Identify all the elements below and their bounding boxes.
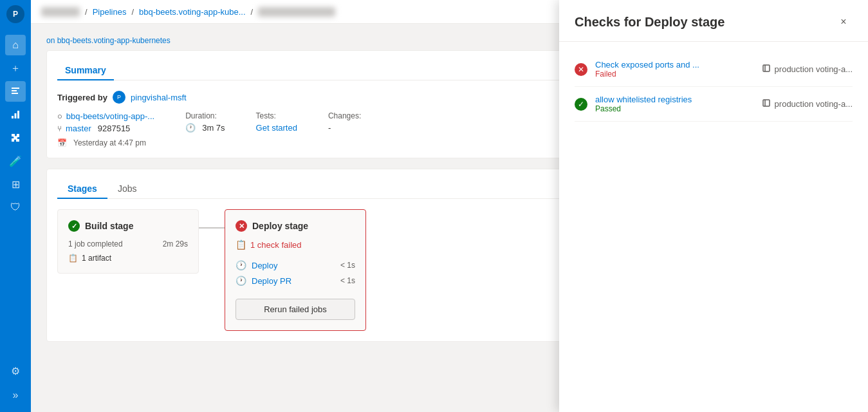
- check-resource-name-2: production voting-a...: [775, 99, 853, 109]
- deploy-job-time-2: < 1s: [340, 276, 355, 285]
- svg-rect-4: [15, 113, 17, 118]
- duration-label: Duration:: [185, 111, 225, 120]
- resource-icon-2: [762, 98, 771, 109]
- breadcrumb-sep1: /: [85, 7, 88, 17]
- stage-connector: [199, 227, 225, 229]
- calendar-icon: 📅: [57, 138, 67, 147]
- svg-rect-8: [763, 100, 770, 106]
- deploy-clock-icon-1: 🕐: [235, 260, 246, 270]
- panel-title: Checks for Deploy stage: [575, 15, 725, 30]
- deploy-job-name-1[interactable]: Deploy: [252, 261, 277, 270]
- meta-changes: Changes: -: [328, 111, 361, 147]
- breadcrumb-sep2: /: [131, 7, 134, 17]
- sidebar-icon-flask[interactable]: 🧪: [5, 151, 26, 171]
- svg-rect-3: [12, 116, 14, 118]
- deploy-stage-name: Deploy stage: [252, 221, 308, 231]
- branch-value[interactable]: master: [66, 124, 91, 133]
- deploy-clock-icon-2: 🕐: [235, 276, 246, 286]
- tests-link[interactable]: Get started: [256, 123, 297, 133]
- check-failed-link[interactable]: 📋 1 check failed: [235, 239, 355, 250]
- build-artifact: 📋 1 artifact: [68, 254, 188, 263]
- check-info-1: Check exposed ports and ... Failed: [595, 60, 754, 79]
- meta-tests: Tests: Get started: [256, 111, 297, 147]
- sidebar-icon-grid[interactable]: ⊞: [5, 174, 26, 194]
- breadcrumb-project[interactable]: bbq-beets.voting-app-kube...: [139, 7, 246, 17]
- checks-panel: Checks for Deploy stage × ✕ Check expose…: [559, 0, 868, 412]
- breadcrumb-sep3: /: [251, 7, 254, 17]
- tab-summary[interactable]: Summary: [57, 61, 114, 80]
- breadcrumb-pipelines[interactable]: Pipelines: [93, 7, 127, 17]
- check-item-1: ✕ Check exposed ports and ... Failed pro…: [575, 52, 853, 87]
- repo-value[interactable]: bbq-beets/voting-app-...: [66, 111, 154, 121]
- check-status-text-1: Failed: [595, 70, 754, 79]
- sidebar-icon-chart[interactable]: [5, 104, 26, 125]
- check-info-2: allow whitelisted registries Passed: [595, 95, 754, 113]
- clock-icon: 🕐: [185, 123, 196, 133]
- sidebar-icon-home[interactable]: ⌂: [5, 35, 26, 55]
- sidebar-icon-settings[interactable]: ⚙: [5, 360, 26, 381]
- deploy-job-row-1: 🕐 Deploy < 1s: [235, 258, 355, 273]
- build-status-icon: ✓: [68, 220, 80, 232]
- check-status-text-2: Passed: [595, 104, 754, 113]
- branch-icon: ⑂: [57, 124, 62, 133]
- check-name-1[interactable]: Check exposed ports and ...: [595, 60, 754, 70]
- panel-close-button[interactable]: ×: [835, 13, 853, 31]
- sidebar-icon-shield[interactable]: 🛡: [5, 197, 26, 218]
- deploy-job-time-1: < 1s: [340, 261, 355, 270]
- svg-rect-2: [12, 93, 18, 94]
- build-stage-name: Build stage: [85, 221, 133, 231]
- sidebar-icon-expand[interactable]: »: [5, 385, 26, 406]
- svg-rect-1: [12, 90, 17, 91]
- sidebar-icon-user[interactable]: [5, 81, 26, 102]
- svg-rect-0: [12, 88, 19, 89]
- check-item-2: ✓ allow whitelisted registries Passed pr…: [575, 87, 853, 122]
- repo-icon: ○: [57, 111, 62, 121]
- resource-icon-1: [762, 64, 771, 75]
- sidebar-icon-puzzle[interactable]: [5, 127, 26, 148]
- svg-rect-5: [17, 111, 19, 118]
- check-status-passed-icon: ✓: [575, 98, 587, 111]
- tab-jobs[interactable]: Jobs: [107, 180, 147, 199]
- check-resource-2: production voting-a...: [762, 98, 853, 109]
- breadcrumb-run: run: [258, 7, 335, 17]
- sidebar-icon-plus[interactable]: ＋: [5, 58, 26, 79]
- triggered-label: Triggered by: [57, 93, 107, 102]
- build-stage-meta: 1 job completed 2m 29s: [68, 239, 188, 248]
- checklist-icon: 📋: [235, 239, 246, 250]
- build-jobs-completed: 1 job completed: [68, 239, 123, 248]
- sidebar: P ⌂ ＋ 🧪 ⊞ 🛡 ⚙ »: [0, 0, 31, 412]
- panel-content: ✕ Check exposed ports and ... Failed pro…: [559, 42, 868, 412]
- artifact-value: 1 artifact: [82, 254, 111, 263]
- meta-duration: Duration: 🕐 3m 7s: [185, 111, 225, 147]
- meta-repo: ○ bbq-beets/voting-app-... ⑂ master 9287…: [57, 111, 154, 147]
- deploy-status-icon: ✕: [235, 220, 247, 232]
- check-failed-text: 1 check failed: [250, 240, 302, 250]
- deploy-stage-header: ✕ Deploy stage: [235, 220, 355, 232]
- triggered-user[interactable]: pingvishal-msft: [131, 93, 187, 102]
- build-duration: 2m 29s: [163, 239, 188, 248]
- check-resource-1: production voting-a...: [762, 64, 853, 75]
- rerun-failed-jobs-button[interactable]: Rerun failed jobs: [235, 299, 355, 320]
- commit-value: 9287515: [98, 124, 131, 133]
- tab-stages[interactable]: Stages: [57, 180, 107, 199]
- duration-value: 3m 7s: [202, 123, 225, 133]
- check-status-failed-icon: ✕: [575, 63, 587, 76]
- deploy-job-row-2: 🕐 Deploy PR < 1s: [235, 273, 355, 288]
- build-stage-header: ✓ Build stage: [68, 220, 188, 232]
- svg-rect-6: [763, 65, 770, 71]
- panel-header: Checks for Deploy stage ×: [559, 0, 868, 42]
- artifact-icon: 📋: [68, 254, 78, 263]
- build-stage-card: ✓ Build stage 1 job completed 2m 29s 📋 1…: [57, 209, 199, 274]
- deploy-job-name-2[interactable]: Deploy PR: [252, 276, 291, 286]
- triggered-avatar: P: [113, 91, 125, 104]
- breadcrumb-org[interactable]: org: [41, 7, 80, 17]
- user-avatar[interactable]: P: [6, 5, 24, 23]
- deploy-stage-card: ✕ Deploy stage 📋 1 check failed 🕐 Deploy…: [225, 209, 366, 331]
- changes-label: Changes:: [328, 111, 361, 120]
- check-resource-name-1: production voting-a...: [775, 64, 853, 74]
- tests-label: Tests:: [256, 111, 297, 120]
- repo-link[interactable]: on bbq-beets.voting-app-kubernetes: [46, 36, 171, 45]
- date-value: Yesterday at 4:47 pm: [73, 138, 146, 147]
- check-name-2[interactable]: allow whitelisted registries: [595, 95, 754, 104]
- changes-value: -: [328, 123, 361, 133]
